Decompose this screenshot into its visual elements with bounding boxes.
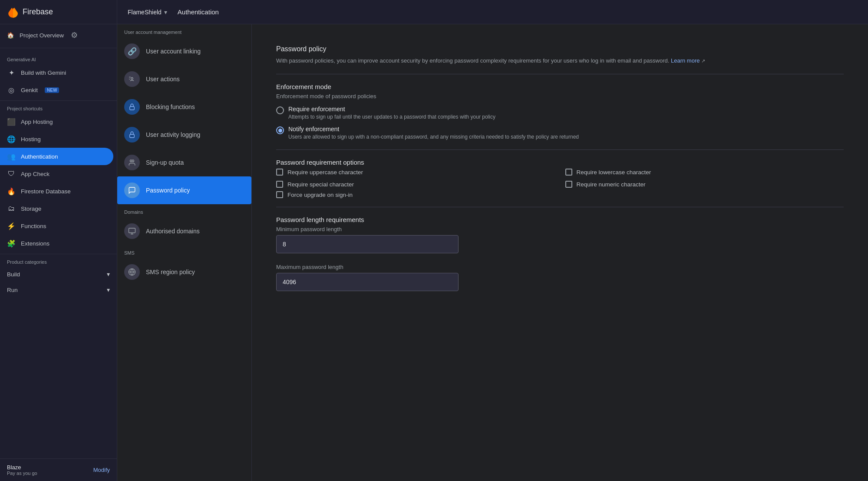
checkbox-require-numeric-label: Require numeric character	[577, 181, 646, 188]
checkbox-require-lowercase[interactable]: Require lowercase character	[565, 169, 844, 176]
page-title-header: Authentication	[178, 8, 219, 16]
panel-item-sign-up-quota[interactable]: Sign-up quota	[117, 149, 251, 176]
divider-1	[0, 48, 117, 48]
sidebar-header: Firebase	[0, 0, 117, 24]
run-label: Run	[7, 287, 18, 293]
user-actions-label: User actions	[146, 76, 180, 83]
enforcement-radio-group: Require enforcement Attempts to sign up …	[276, 106, 844, 141]
user-account-management-label: User account management	[117, 24, 251, 37]
project-overview-row[interactable]: 🏠 Project Overview ⚙	[0, 24, 117, 46]
divider-content-2	[276, 149, 844, 150]
user-actions-icon	[124, 71, 140, 87]
checkbox-require-special[interactable]: Require special character	[276, 181, 555, 188]
requirements-checkbox-grid: Require uppercase character Require lowe…	[276, 169, 844, 188]
radio-notify-enforcement-label: Notify enforcement	[288, 126, 579, 133]
sidebar-item-functions[interactable]: ⚡ Functions	[0, 217, 113, 235]
sms-region-policy-icon	[124, 264, 140, 280]
sidebar-item-storage[interactable]: 🗂 Storage	[0, 200, 113, 217]
force-upgrade-label: Force upgrade on sign-in	[287, 192, 353, 198]
firebase-logo[interactable]: Firebase	[7, 6, 53, 18]
app-name: Firebase	[23, 7, 53, 17]
radio-notify-enforcement-sublabel: Users are allowed to sign up with a non-…	[288, 133, 579, 141]
header-bar: FlameShield ▾ Authentication	[117, 0, 868, 24]
checkbox-require-special-label: Require special character	[287, 181, 354, 188]
radio-notify-enforcement-circle[interactable]	[276, 126, 284, 134]
panel-item-user-account-linking[interactable]: 🔗 User account linking	[117, 37, 251, 65]
panel-item-user-actions[interactable]: User actions	[117, 65, 251, 93]
generative-ai-label: Generative AI	[0, 53, 117, 64]
right-panels: FlameShield ▾ Authentication User accoun…	[117, 0, 868, 481]
sign-up-quota-label: Sign-up quota	[146, 159, 184, 166]
sign-up-quota-icon	[124, 155, 140, 170]
hosting-label: Hosting	[21, 136, 41, 143]
authentication-label: Authentication	[21, 153, 58, 160]
build-collapse[interactable]: Build ▾	[0, 266, 117, 282]
svg-point-0	[131, 77, 133, 80]
settings-button[interactable]: ⚙	[69, 29, 79, 42]
length-title: Password length requirements	[276, 216, 844, 223]
middle-panel: User account management 🔗 User account l…	[117, 24, 252, 481]
app-hosting-label: App Hosting	[21, 119, 53, 125]
genkit-label: Genkit	[21, 87, 38, 93]
plan-details: Blaze Pay as you go	[7, 464, 37, 476]
checkbox-require-numeric[interactable]: Require numeric character	[565, 181, 844, 188]
enforcement-mode-subtitle: Enforcement mode of password policies	[276, 93, 844, 100]
modify-plan-button[interactable]: Modify	[93, 467, 110, 473]
force-upgrade-checkbox[interactable]	[276, 191, 283, 198]
panel-item-user-activity-logging[interactable]: User activity logging	[117, 121, 251, 149]
checkbox-require-special-box[interactable]	[276, 181, 283, 188]
sidebar-item-app-hosting[interactable]: ⬛ App Hosting	[0, 113, 113, 130]
sidebar-item-build-gemini[interactable]: ✦ Build with Gemini	[0, 64, 113, 81]
checkbox-require-numeric-box[interactable]	[565, 181, 572, 188]
storage-icon: 🗂	[7, 204, 16, 213]
min-password-label: Minimum password length	[276, 226, 844, 232]
firestore-label: Firestore Database	[21, 188, 71, 195]
panels-body: User account management 🔗 User account l…	[117, 24, 868, 481]
panel-item-blocking-functions[interactable]: Blocking functions	[117, 93, 251, 121]
sidebar-item-hosting[interactable]: 🌐 Hosting	[0, 130, 113, 148]
min-password-input[interactable]	[276, 235, 459, 253]
checkbox-require-uppercase-label: Require uppercase character	[287, 169, 363, 176]
divider-content-3	[276, 207, 844, 207]
sidebar-item-extensions[interactable]: 🧩 Extensions	[0, 235, 113, 252]
radio-notify-enforcement[interactable]: Notify enforcement Users are allowed to …	[276, 126, 844, 141]
authentication-icon: 👥	[7, 152, 16, 161]
force-upgrade-row[interactable]: Force upgrade on sign-in	[276, 191, 844, 198]
build-chevron-icon: ▾	[107, 271, 110, 278]
svg-rect-7	[129, 228, 135, 233]
plan-name: Blaze	[7, 464, 37, 471]
plan-subtitle: Pay as you go	[7, 471, 37, 476]
sidebar-item-app-check[interactable]: 🛡 App Check	[0, 165, 113, 182]
radio-require-enforcement[interactable]: Require enforcement Attempts to sign up …	[276, 106, 844, 121]
checkbox-require-uppercase[interactable]: Require uppercase character	[276, 169, 555, 176]
password-policy-description: With password policies, you can improve …	[276, 56, 844, 65]
sms-region-policy-label: SMS region policy	[146, 269, 195, 275]
max-password-input[interactable]	[276, 273, 459, 291]
checkbox-require-lowercase-label: Require lowercase character	[577, 169, 651, 176]
sidebar-item-authentication[interactable]: 👥 Authentication	[0, 148, 113, 165]
checkbox-require-lowercase-box[interactable]	[565, 169, 572, 176]
max-password-label: Maximum password length	[276, 264, 844, 270]
product-categories-label: Product categories	[0, 256, 117, 266]
app-layout: Firebase 🏠 Project Overview ⚙ Generative…	[0, 0, 868, 481]
blocking-functions-label: Blocking functions	[146, 103, 195, 110]
build-gemini-label: Build with Gemini	[21, 70, 66, 76]
learn-more-link[interactable]: Learn more	[671, 57, 700, 64]
radio-notify-enforcement-text: Notify enforcement Users are allowed to …	[288, 126, 579, 141]
sidebar-item-firestore[interactable]: 🔥 Firestore Database	[0, 182, 113, 200]
svg-point-6	[132, 160, 134, 162]
project-name-header: FlameShield	[128, 9, 162, 16]
checkbox-require-uppercase-box[interactable]	[276, 169, 283, 176]
app-check-label: App Check	[21, 171, 50, 177]
panel-item-password-policy[interactable]: Password policy	[117, 176, 251, 204]
radio-require-enforcement-circle[interactable]	[276, 106, 284, 114]
run-collapse[interactable]: Run ▾	[0, 282, 117, 298]
panel-item-sms-region-policy[interactable]: SMS region policy	[117, 258, 251, 286]
project-selector[interactable]: FlameShield ▾	[128, 9, 167, 16]
build-label: Build	[7, 271, 20, 278]
sidebar-item-genkit[interactable]: ◎ Genkit NEW	[0, 81, 113, 99]
svg-rect-3	[130, 106, 135, 110]
plan-info: Blaze Pay as you go Modify	[7, 464, 110, 476]
panel-item-authorised-domains[interactable]: Authorised domains	[117, 217, 251, 245]
app-check-icon: 🛡	[7, 169, 16, 178]
